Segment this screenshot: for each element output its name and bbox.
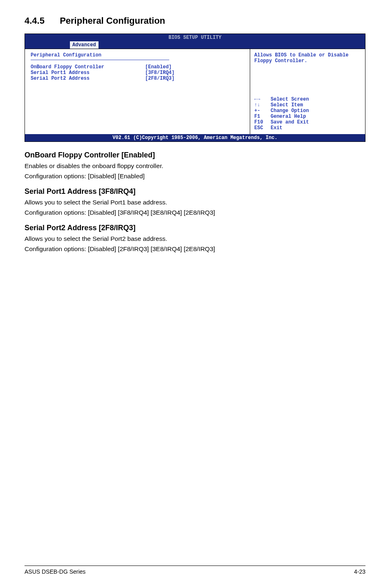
bios-nav-key: ↑↓ xyxy=(254,102,271,108)
subsection-heading: OnBoard Floppy Controller [Enabled] xyxy=(25,151,365,159)
footer-right: 4-23 xyxy=(354,568,365,575)
bios-copyright: V02.61 (C)Copyright 1985-2006, American … xyxy=(25,134,365,141)
bios-utility-title: BIOS SETUP UTILITY xyxy=(25,34,365,40)
bios-row-value: [2F8/IRQ3] xyxy=(145,76,175,81)
body-text: Allows you to select the Serial Port1 ba… xyxy=(25,198,365,207)
bios-nav-action: Exit xyxy=(271,125,282,131)
footer-left: ASUS DSEB-DG Series xyxy=(25,568,85,575)
bios-nav-row: F10 Save and Exit xyxy=(254,119,361,125)
content-section: Serial Port2 Address [2F8/IRQ3] Allows y… xyxy=(25,224,365,254)
bios-nav-key: ←→ xyxy=(254,97,271,102)
bios-row: Serial Port2 Address [2F8/IRQ3] xyxy=(31,76,244,81)
bios-nav-key: F10 xyxy=(254,119,271,125)
content-section: Serial Port1 Address [3F8/IRQ4] Allows y… xyxy=(25,187,365,217)
bios-nav-row: F1 General Help xyxy=(254,114,361,119)
page-footer: ASUS DSEB-DG Series 4-23 xyxy=(25,566,365,575)
bios-body: Peripheral Configuration OnBoard Floppy … xyxy=(25,49,365,134)
subsection-heading: Serial Port2 Address [2F8/IRQ3] xyxy=(25,224,365,232)
bios-row-value: [Enabled] xyxy=(145,64,172,70)
bios-screenshot: BIOS SETUP UTILITY Advanced Peripheral C… xyxy=(25,34,365,142)
bios-row-label: Serial Port2 Address xyxy=(31,76,145,81)
bios-nav-row: ↑↓ Select Item xyxy=(254,102,361,108)
bios-nav-key: F1 xyxy=(254,114,271,119)
body-text: Allows you to select the Serial Port2 ba… xyxy=(25,235,365,243)
bios-tab-advanced: Advanced xyxy=(70,41,99,49)
bios-row: OnBoard Floppy Controller [Enabled] xyxy=(31,64,244,70)
body-text: Configuration options: [Disabled] [2F8/I… xyxy=(25,245,365,254)
bios-nav-action: General Help xyxy=(271,114,306,119)
body-text: Enables or disables the onboard floppy c… xyxy=(25,162,365,171)
body-text: Configuration options: [Disabled] [3F8/I… xyxy=(25,209,365,217)
bios-help-text: Allows BIOS to Enable or Disable Floppy … xyxy=(254,52,361,64)
bios-nav-help: ←→ Select Screen ↑↓ Select Item +- Chang… xyxy=(254,97,361,131)
section-number: 4.4.5 xyxy=(25,16,57,26)
bios-panel-title: Peripheral Configuration xyxy=(31,52,169,60)
bios-row-label: Serial Port1 Address xyxy=(31,70,145,76)
bios-nav-action: Select Item xyxy=(271,102,303,108)
bios-nav-action: Change Option xyxy=(271,108,309,114)
bios-nav-row: +- Change Option xyxy=(254,108,361,114)
bios-nav-action: Save and Exit xyxy=(271,119,309,125)
bios-nav-action: Select Screen xyxy=(271,97,309,102)
section-title: Peripheral Configuration xyxy=(60,16,165,26)
section-heading: 4.4.5 Peripheral Configuration xyxy=(25,16,365,26)
bios-nav-key: +- xyxy=(254,108,271,114)
content-section: OnBoard Floppy Controller [Enabled] Enab… xyxy=(25,151,365,181)
body-text: Configuration options: [Disabled] [Enabl… xyxy=(25,172,365,181)
bios-nav-row: ESC Exit xyxy=(254,125,361,131)
bios-header: BIOS SETUP UTILITY Advanced xyxy=(25,34,365,49)
bios-nav-key: ESC xyxy=(254,125,271,131)
bios-row: Serial Port1 Address [3F8/IRQ4] xyxy=(31,70,244,76)
bios-nav-row: ←→ Select Screen xyxy=(254,97,361,102)
bios-left-panel: Peripheral Configuration OnBoard Floppy … xyxy=(25,49,250,134)
bios-row-label: OnBoard Floppy Controller xyxy=(31,64,145,70)
subsection-heading: Serial Port1 Address [3F8/IRQ4] xyxy=(25,187,365,196)
bios-row-value: [3F8/IRQ4] xyxy=(145,70,175,76)
bios-right-panel: Allows BIOS to Enable or Disable Floppy … xyxy=(250,49,365,134)
